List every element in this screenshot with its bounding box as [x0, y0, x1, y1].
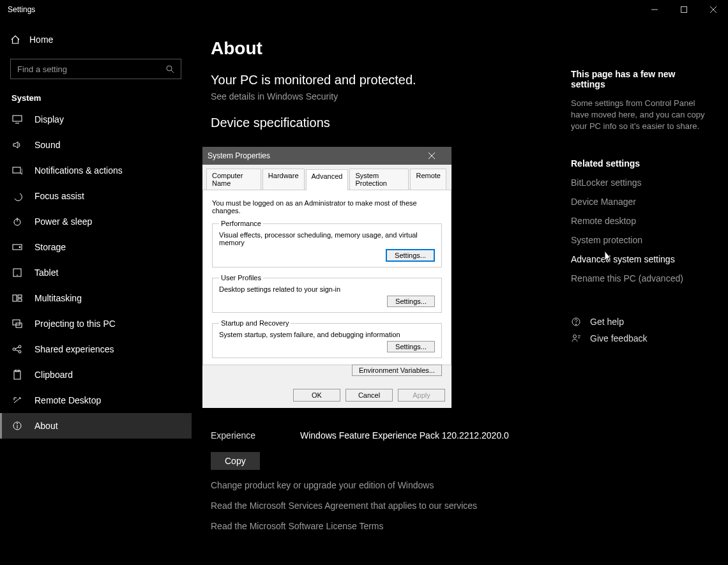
- related-settings-heading: Related settings: [571, 158, 711, 169]
- close-button[interactable]: [699, 0, 728, 19]
- admin-note: You must be logged on as an Administrato…: [212, 199, 442, 215]
- sidebar-item-notifications[interactable]: Notifications & actions: [0, 158, 192, 183]
- svg-line-5: [171, 70, 174, 73]
- shared-icon: [11, 344, 23, 354]
- sidebar-item-label: Notifications & actions: [34, 165, 123, 176]
- nav-home-label: Home: [29, 34, 53, 45]
- apply-button[interactable]: Apply: [398, 389, 445, 402]
- sidebar-item-label: Power & sleep: [34, 216, 92, 227]
- window-title: Settings: [8, 5, 35, 14]
- sidebar-item-label: Focus assist: [34, 191, 84, 201]
- svg-point-29: [17, 423, 17, 424]
- svg-line-24: [15, 350, 19, 351]
- startup-recovery-legend: Startup and Recovery: [219, 319, 291, 327]
- sidebar-item-storage[interactable]: Storage: [0, 234, 192, 260]
- tablet-icon: [11, 268, 23, 277]
- new-settings-heading: This page has a few new settings: [571, 69, 711, 89]
- sidebar-item-label: Display: [34, 114, 64, 124]
- sidebar-item-power[interactable]: Power & sleep: [0, 209, 192, 234]
- search-icon: [165, 64, 174, 73]
- svg-rect-1: [681, 7, 687, 13]
- svg-rect-16: [18, 295, 22, 298]
- search-placeholder: Find a setting: [17, 64, 67, 74]
- clipboard-icon: [11, 370, 23, 380]
- device-manager-link[interactable]: Device Manager: [571, 197, 711, 207]
- sidebar-item-projecting[interactable]: Projecting to this PC: [0, 311, 192, 336]
- sidebar-item-remote[interactable]: Remote Desktop: [0, 388, 192, 413]
- sidebar-item-label: Remote Desktop: [34, 395, 101, 405]
- user-profiles-group: User Profiles Desktop settings related t…: [212, 274, 442, 313]
- sidebar-item-display[interactable]: Display: [0, 107, 192, 132]
- sidebar-item-shared[interactable]: Shared experiences: [0, 336, 192, 362]
- home-icon: [10, 34, 20, 45]
- sidebar-item-label: Shared experiences: [34, 344, 114, 354]
- project-icon: [11, 319, 23, 328]
- user-profiles-legend: User Profiles: [219, 274, 263, 282]
- svg-rect-6: [13, 116, 22, 121]
- nav-home[interactable]: Home: [0, 29, 192, 50]
- remote-icon: [11, 396, 23, 405]
- svg-point-31: [575, 324, 576, 324]
- startup-recovery-group: Startup and Recovery System startup, sys…: [212, 319, 442, 358]
- user-profiles-settings-button[interactable]: Settings...: [387, 296, 435, 307]
- multitasking-icon: [11, 294, 23, 302]
- svg-rect-25: [14, 371, 20, 379]
- svg-rect-17: [18, 299, 22, 301]
- svg-line-23: [15, 347, 19, 349]
- performance-settings-button[interactable]: Settings...: [386, 249, 435, 262]
- remote-desktop-link[interactable]: Remote desktop: [571, 216, 711, 226]
- startup-recovery-settings-button[interactable]: Settings...: [387, 341, 435, 352]
- get-help-link[interactable]: Get help: [571, 317, 711, 327]
- notifications-icon: [11, 166, 23, 175]
- experience-label: Experience: [211, 430, 281, 441]
- cancel-button[interactable]: Cancel: [345, 389, 393, 402]
- bitlocker-link[interactable]: BitLocker settings: [571, 177, 711, 188]
- tab-hardware[interactable]: Hardware: [262, 169, 305, 190]
- about-icon: [11, 421, 23, 431]
- system-protection-link[interactable]: System protection: [571, 235, 711, 245]
- new-settings-body: Some settings from Control Panel have mo…: [571, 98, 711, 133]
- tab-computer-name[interactable]: Computer Name: [206, 169, 261, 190]
- give-feedback-link[interactable]: Give feedback: [571, 333, 711, 343]
- user-profiles-desc: Desktop settings related to your sign-in: [219, 285, 435, 293]
- sound-icon: [11, 140, 23, 149]
- svg-point-20: [13, 348, 15, 350]
- change-product-key-link[interactable]: Change product key or upgrade your editi…: [211, 480, 709, 490]
- sidebar-item-about[interactable]: About: [0, 413, 192, 439]
- focus-icon: [11, 191, 23, 201]
- performance-desc: Visual effects, processor scheduling, me…: [219, 231, 435, 246]
- environment-variables-button[interactable]: Environment Variables...: [352, 365, 442, 376]
- sidebar-section: System: [0, 83, 192, 107]
- sidebar-item-clipboard[interactable]: Clipboard: [0, 362, 192, 388]
- svg-point-22: [19, 350, 21, 353]
- sidebar-item-focus[interactable]: Focus assist: [0, 183, 192, 209]
- maximize-button[interactable]: [669, 0, 699, 19]
- tab-system-protection[interactable]: System Protection: [349, 169, 409, 190]
- sidebar-item-sound[interactable]: Sound: [0, 132, 192, 158]
- tab-advanced[interactable]: Advanced: [306, 169, 349, 190]
- storage-icon: [11, 243, 23, 251]
- sidebar-item-multitasking[interactable]: Multitasking: [0, 285, 192, 311]
- copy-button[interactable]: Copy: [211, 452, 260, 470]
- startup-recovery-desc: System startup, system failure, and debu…: [219, 331, 435, 338]
- feedback-icon: [571, 333, 581, 343]
- sidebar-item-label: Multitasking: [34, 293, 82, 303]
- svg-point-4: [167, 66, 172, 71]
- license-terms-link[interactable]: Read the Microsoft Software License Term…: [211, 521, 709, 531]
- svg-rect-8: [13, 167, 20, 173]
- right-panel: This page has a few new settings Some se…: [571, 69, 711, 343]
- tab-remote[interactable]: Remote: [410, 169, 446, 190]
- system-properties-dialog: System Properties Computer Name Hardware…: [202, 147, 451, 408]
- get-help-label: Get help: [590, 317, 624, 327]
- search-input[interactable]: Find a setting: [10, 59, 181, 79]
- advanced-system-settings-link[interactable]: Advanced system settings: [571, 254, 711, 264]
- services-agreement-link[interactable]: Read the Microsoft Services Agreement th…: [211, 501, 709, 511]
- minimize-button[interactable]: [640, 0, 669, 19]
- rename-pc-link[interactable]: Rename this PC (advanced): [571, 273, 711, 283]
- sidebar-item-tablet[interactable]: Tablet: [0, 260, 192, 285]
- dialog-close-button[interactable]: [428, 153, 446, 159]
- sidebar: Home Find a setting System Display Sound…: [0, 19, 192, 565]
- sidebar-item-label: Clipboard: [34, 370, 73, 380]
- ok-button[interactable]: OK: [293, 389, 340, 402]
- sidebar-item-label: Sound: [34, 140, 60, 150]
